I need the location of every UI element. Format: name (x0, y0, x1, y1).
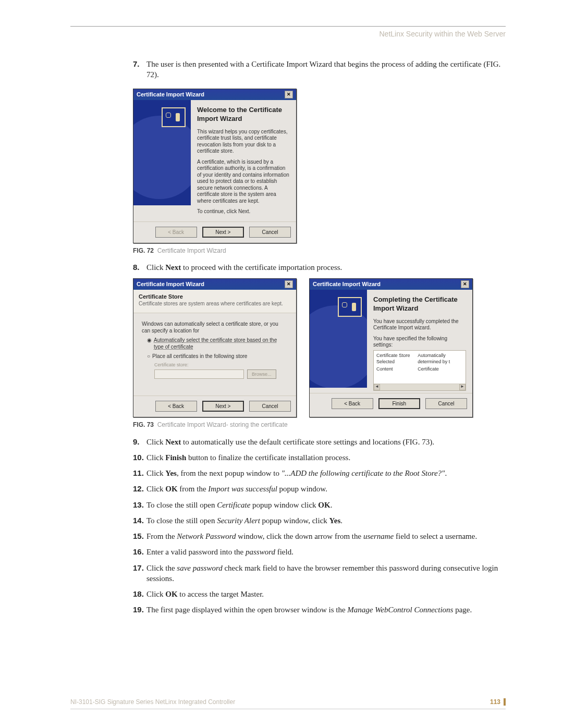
cert-wizard-store: Certificate Import Wizard ✕ Certificate … (133, 278, 297, 418)
figure-caption: FIG. 72 Certificate Import Wizard (133, 246, 506, 255)
step-number: 9. (133, 437, 146, 447)
certificate-icon (162, 107, 186, 127)
wizard-sidebar-graphic (133, 100, 191, 205)
section-header: NetLinx Security within the Web Server (70, 30, 506, 38)
step-text: To close the still open Security Alert p… (146, 515, 506, 526)
step-number: 17. (133, 563, 146, 584)
figure-number: FIG. 73 (133, 421, 154, 428)
certificate-icon (338, 297, 362, 317)
scrollbar-horizontal[interactable]: ◄► (374, 384, 466, 390)
step-number: 19. (133, 604, 146, 615)
store-subheading: Certificate stores are system areas wher… (139, 301, 283, 306)
step-text: Enter a valid password into the password… (146, 547, 506, 557)
finish-button[interactable]: Finish (378, 398, 420, 410)
next-button[interactable]: Next > (202, 227, 244, 238)
step-number: 8. (133, 262, 146, 273)
back-button: < Back (155, 227, 197, 238)
close-icon[interactable]: ✕ (285, 91, 293, 98)
cert-store-label: Certificate store: (154, 362, 288, 368)
step-text: The user is then presented with a Certif… (146, 59, 506, 80)
close-icon[interactable]: ✕ (461, 280, 469, 288)
settings-list: Certificate Store SelectedAutomatically … (373, 350, 466, 391)
radio-option-place[interactable]: Place all certificates in the following … (152, 353, 247, 360)
step-number: 14. (133, 515, 146, 526)
step-number: 7. (133, 59, 146, 80)
wizard-paragraph: This wizard helps you copy certificates,… (197, 129, 290, 155)
step-text: Click OK to access the target Master. (146, 589, 506, 599)
page-number: 113 (490, 698, 506, 706)
scroll-left-icon[interactable]: ◄ (374, 384, 380, 390)
scroll-right-icon[interactable]: ► (459, 384, 466, 390)
step-text: Click OK from the Import was successful … (146, 484, 506, 494)
footer-doc-title: NI-3101-SIG Signature Series NetLinx Int… (70, 698, 235, 706)
figure-caption-text: Certificate Import Wizard- storing the c… (157, 421, 288, 428)
step-text: Click the save password check mark field… (146, 563, 506, 584)
wizard-paragraph: You have specified the following setting… (373, 336, 466, 349)
step-number: 10. (133, 452, 146, 463)
step-number: 15. (133, 531, 146, 541)
step-number: 13. (133, 500, 146, 510)
step-number: 16. (133, 547, 146, 557)
step-text: Click Next to proceed with the certifica… (146, 262, 506, 273)
wizard-title-text: Certificate Import Wizard (137, 91, 204, 98)
wizard-heading: Welcome to the Certificate Import Wizard (197, 105, 290, 124)
wizard-title-text: Certificate Import Wizard (313, 280, 381, 288)
next-button[interactable]: Next > (202, 401, 244, 412)
wizard-heading: Completing the Certificate Import Wizard (373, 295, 466, 313)
radio-selected-icon[interactable]: ◉ (147, 337, 152, 344)
step-text: The first page displayed within the open… (146, 604, 506, 615)
wizard-sidebar-graphic (310, 290, 367, 388)
step-text: To close the still open Certificate popu… (146, 500, 506, 510)
step-number: 12. (133, 484, 146, 494)
figure-caption-text: Certificate Import Wizard (157, 247, 226, 254)
cancel-button[interactable]: Cancel (249, 227, 291, 238)
store-intro: Windows can automatically select a certi… (142, 320, 288, 335)
wizard-paragraph: To continue, click Next. (197, 208, 290, 215)
wizard-paragraph: A certificate, which is issued by a cert… (197, 159, 290, 205)
radio-option-auto[interactable]: Automatically select the certificate sto… (154, 337, 288, 351)
step-text: Click Next to automatically use the defa… (146, 437, 506, 447)
step-text: Click Finish button to finalize the cert… (146, 452, 506, 463)
step-text: From the Network Password window, click … (146, 531, 506, 541)
close-icon[interactable]: ✕ (285, 280, 293, 288)
back-button[interactable]: < Back (155, 401, 197, 412)
figure-number: FIG. 72 (133, 247, 154, 254)
step-number: 18. (133, 589, 146, 599)
wizard-title-text: Certificate Import Wizard (137, 280, 204, 288)
step-number: 11. (133, 468, 146, 478)
cert-wizard-complete: Certificate Import Wizard ✕ Completing t… (309, 278, 473, 418)
step-text: Click Yes, from the next popup window to… (146, 468, 506, 478)
browse-button: Browse... (247, 369, 276, 379)
cert-wizard-welcome: Certificate Import Wizard ✕ Welcome to t… (133, 89, 297, 244)
figure-caption: FIG. 73 Certificate Import Wizard- stori… (133, 421, 506, 429)
wizard-paragraph: You have successfully completed the Cert… (373, 318, 466, 331)
cancel-button[interactable]: Cancel (425, 398, 467, 410)
cancel-button[interactable]: Cancel (249, 401, 291, 412)
store-heading: Certificate Store (139, 293, 183, 300)
radio-unselected-icon[interactable]: ○ (147, 353, 150, 360)
back-button[interactable]: < Back (332, 398, 373, 410)
cert-store-input (154, 369, 244, 379)
